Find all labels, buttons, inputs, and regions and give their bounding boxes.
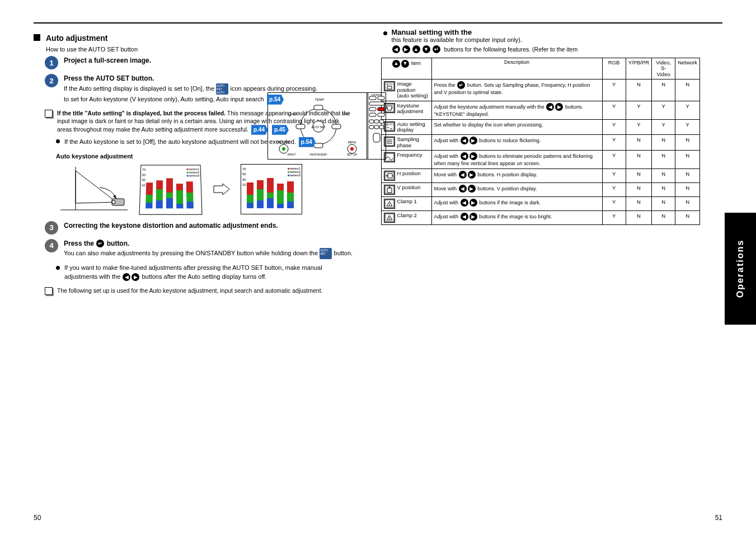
row-support-cell: Y [602,135,626,151]
keystone-diagram-row: 70503010 ■series1■series2■series3 705030… [56,164,353,214]
left-icon-row [459,171,467,179]
row-support-cell: N [652,183,675,197]
down-icon [422,45,430,53]
row-support-cell: Y [602,119,626,135]
page-ref-45: p.45 [272,125,289,135]
svg-rect-5 [332,124,341,129]
row-setting-icon [384,185,395,195]
row-name: Keystone adjustment [397,103,429,115]
row-support-cell: Y [652,119,675,135]
table-row: AUTOAuto setting displaySet whether to d… [381,119,700,135]
enter-icon [96,240,104,247]
row-desc-pre: Move with [434,186,458,191]
note-setup-used: The following set up is used for the Aut… [45,287,353,295]
autoset-label: AUTO SET [312,125,326,129]
svg-text:LAMP: LAMP [288,113,297,116]
svg-text:2: 2 [388,217,390,220]
table-row: 2Clamp 2Adjust with buttons if the image… [381,211,700,225]
left-icon-row [461,199,468,207]
step-number-3: 3 [45,221,58,235]
note-icon [45,110,53,118]
svg-rect-2 [314,105,323,110]
svg-point-37 [112,200,115,204]
page-ref-44: p.44 [251,125,268,135]
right-sub: this feature is available for computer i… [392,36,578,43]
row-support-cell: N [626,169,652,183]
row-setting-icon: AUTO [384,81,395,91]
th-desc: Description [431,58,602,79]
row-support-cell: Y [602,183,626,197]
row-name: V position [397,185,421,190]
svg-marker-59 [386,175,387,177]
page-top-rule [34,22,722,24]
row-support-cell: N [626,151,652,169]
svg-text:AUTO: AUTO [386,123,392,126]
svg-text:1: 1 [388,203,390,206]
right-icon-row [469,152,477,160]
row-desc-post: buttons if the image is dark. [479,200,541,205]
svg-rect-29 [374,125,379,129]
row-support-cell: Y [675,119,700,135]
th-network: Network [675,58,700,79]
row-setting-icon: 1 [384,199,395,209]
left-icon-row [461,152,468,160]
row-desc-post: buttons. V position display. [477,186,537,191]
table-row: Keystone adjustmentAdjust the keystone a… [381,101,700,119]
page-ref-54: p.54 [267,95,284,105]
row-support-cell: N [652,169,675,183]
svg-rect-57 [388,174,392,178]
row-support-cell: N [626,79,652,101]
th-rgb: RGB [602,58,626,79]
row-support-cell: N [675,79,700,101]
enter-icon-2 [433,45,440,53]
side-tab-operations: Operations [725,213,756,325]
bullet-fine-tune: If you want to make fine-tuned adjustmen… [56,264,353,281]
right-icon-row [469,137,477,144]
row-setting-icon [384,137,395,147]
svg-rect-3 [314,143,323,148]
two-column-layout: Auto adjustment How to use the AUTO SET … [34,28,722,295]
page-number-right: 51 [715,514,722,522]
page-ref-54b: p.54 [299,137,316,147]
right-icon-row [555,103,563,111]
row-desc-post: buttons if the image is too bright. [479,214,552,219]
row-desc-pre: Adjust with [434,138,460,143]
row-desc-pre: Adjust with [434,153,460,159]
row-support-cell: Y [602,169,626,183]
th-ypbpr: Y/PB/PR [626,58,652,79]
th-video: Video, S-Video [652,58,675,79]
bullet-dot-icon [56,139,60,143]
svg-rect-4 [296,124,305,129]
auto-keystone-icon: AUTOKEYAUTO [216,83,228,95]
row-support-cell: Y [626,101,652,119]
row-support-cell: N [675,169,700,183]
right-icon-2 [402,45,410,53]
svg-rect-55 [385,153,394,161]
svg-marker-39 [214,184,229,195]
svg-text:TEMP: TEMP [315,98,325,101]
table-row: V positionMove with buttons. V position … [381,183,700,197]
row-support-cell: Y [602,151,626,169]
svg-text:AUTO: AUTO [386,83,392,86]
svg-rect-62 [387,188,392,193]
row-setting-icon: 2 [384,213,395,223]
table-row: AUTOImage position (auto setting)Press t… [381,79,700,101]
row-support-cell: Y [602,197,626,211]
table-row: FrequencyAdjust with buttons to eliminat… [381,151,700,169]
row-support-cell: N [652,211,675,225]
svg-text:RETURN: RETURN [278,140,290,144]
row-name: Frequency [397,152,422,158]
step-1: 1 Project a full-screen image. [45,56,353,69]
svg-text:SET UP: SET UP [347,153,358,156]
row-support-cell: N [626,135,652,151]
right-title: Manual setting with the [392,28,472,36]
page-subtitle: How to use the AUTO SET button [46,46,353,53]
left-icon-row [546,103,554,111]
table-row: H positionMove with buttons. H position … [381,169,700,183]
right-icon-row [468,171,476,179]
right-column: Manual setting with the this feature is … [381,28,701,295]
svg-text:INPUT: INPUT [288,153,296,156]
right-icon-row [469,199,477,207]
page-number-left: 50 [34,514,41,522]
projector-side-view [56,164,129,214]
